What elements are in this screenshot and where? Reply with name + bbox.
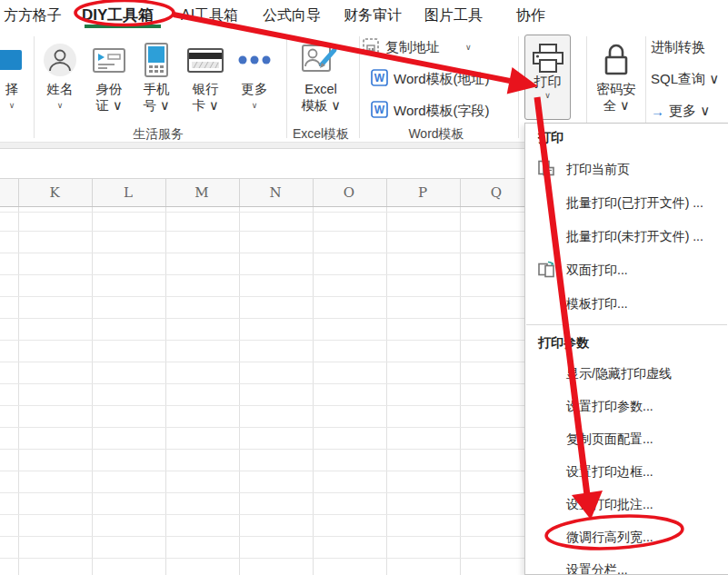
password-security-button[interactable]: 密码安 全 ∨ xyxy=(590,39,643,114)
password-security-label2: 全 ∨ xyxy=(603,97,629,114)
print-page-icon xyxy=(537,159,555,180)
svg-text:W: W xyxy=(374,72,385,84)
menu-item-template-print[interactable]: 模板打印... xyxy=(525,287,728,321)
menu-item-batch-print-unopened-files[interactable]: 批量打印(未打开文件) ... xyxy=(525,220,728,253)
group-separator xyxy=(359,36,360,138)
more-tools-label: 更多 ∨ xyxy=(669,103,710,120)
clipped-button-label: 择 xyxy=(5,81,19,97)
more-life-button[interactable]: 更多 ∨ xyxy=(231,39,278,114)
tab-fangfanggezi[interactable]: 方方格子 xyxy=(4,6,62,25)
phone-button-label: 手机 xyxy=(144,81,170,97)
group-label-excel-template: Excel模板 xyxy=(284,126,358,143)
chevron-down-icon: ∨ xyxy=(544,91,551,100)
menu-item-fine-tune-row-height-col-width[interactable]: 微调行高列宽... xyxy=(525,521,728,554)
sql-query-label: SQL查询 ∨ xyxy=(651,71,719,88)
bank-card-icon xyxy=(187,39,224,81)
menu-item-duplex-print[interactable]: 双面打印... xyxy=(525,253,728,287)
excel-template-button[interactable]: Excel 模板 ∨ xyxy=(296,39,345,114)
id-card-button[interactable]: 身份 证 ∨ xyxy=(86,39,132,114)
menu-section-header-print-params: 打印参数 xyxy=(525,329,728,358)
phone-icon xyxy=(145,39,168,81)
ribbon-tab-bar: 方方格子 DIY工具箱 AI工具箱 公式向导 财务审计 图片工具 协作 xyxy=(0,0,728,32)
excel-template-icon xyxy=(302,39,340,81)
copy-address-button[interactable]: 复制地址 ∨ xyxy=(362,37,472,57)
group-label-word-template: Word模板 xyxy=(398,126,474,143)
svg-text:W: W xyxy=(374,104,385,116)
excel-template-label2: 模板 ∨ xyxy=(301,97,341,114)
tab-diy-toolbox[interactable]: DIY工具箱 xyxy=(82,5,154,25)
chevron-down-icon: ∨ xyxy=(9,97,15,114)
tab-formula-wizard[interactable]: 公式向导 xyxy=(263,6,321,25)
copy-address-icon xyxy=(362,37,380,58)
menu-item-label: 模板打印... xyxy=(566,296,628,312)
id-card-button-label: 身份 xyxy=(96,81,123,97)
phone-number-button[interactable]: 手机 号 ∨ xyxy=(134,39,179,114)
menu-item-label: 显示/隐藏打印虚线 xyxy=(566,366,672,382)
base-convert-label: 进制转换 xyxy=(651,39,705,56)
menu-item-set-print-border[interactable]: 设置打印边框... xyxy=(525,456,728,489)
menu-item-copy-page-setup[interactable]: 复制页面配置... xyxy=(525,423,728,456)
menu-item-label: 设置打印参数... xyxy=(566,399,653,415)
tab-picture-tools[interactable]: 图片工具 xyxy=(424,6,483,25)
menu-item-set-print-comments[interactable]: 设置打印批注... xyxy=(525,489,728,521)
menu-item-set-columns[interactable]: 设置分栏... xyxy=(525,554,728,575)
menu-item-label: 复制页面配置... xyxy=(566,431,653,448)
name-button-label: 姓名 xyxy=(47,81,74,97)
chevron-down-icon: ∨ xyxy=(252,97,258,114)
chevron-down-icon: ∨ xyxy=(465,43,472,52)
lock-icon xyxy=(601,39,632,81)
column-header[interactable]: P xyxy=(418,184,427,201)
word-template-address-button[interactable]: W Word模板(地址) xyxy=(371,69,490,89)
column-header[interactable]: M xyxy=(194,184,208,201)
menu-section-header-print: 打印 xyxy=(525,124,728,153)
menu-item-label: 设置打印批注... xyxy=(566,497,653,513)
print-button-label: 打印 xyxy=(534,74,562,91)
column-header[interactable]: K xyxy=(49,184,59,201)
sql-query-button[interactable]: SQL查询 ∨ xyxy=(651,69,719,89)
group-separator xyxy=(34,36,35,138)
menu-item-set-print-params[interactable]: 设置打印参数... xyxy=(525,391,728,423)
chevron-down-icon: ∨ xyxy=(57,97,64,114)
column-header[interactable]: O xyxy=(344,184,354,201)
tab-ai-toolbox[interactable]: AI工具箱 xyxy=(181,6,238,25)
clipped-ribbon-button[interactable]: 择 ∨ xyxy=(0,39,29,114)
active-tab-underline xyxy=(85,25,161,28)
print-button[interactable]: 打印 ∨ xyxy=(524,35,571,120)
word-template-address-label: Word模板(地址) xyxy=(394,71,490,88)
more-dots-icon xyxy=(236,39,273,81)
menu-item-batch-print-open-files[interactable]: 批量打印(已打开文件) ... xyxy=(525,186,728,220)
printer-icon xyxy=(532,35,564,74)
menu-item-label: 批量打印(已打开文件) ... xyxy=(566,195,703,212)
column-header[interactable]: N xyxy=(269,184,281,201)
person-icon xyxy=(43,39,77,81)
password-security-label: 密码安 xyxy=(596,81,636,97)
bank-card-button[interactable]: 银行 卡 ∨ xyxy=(182,39,229,114)
menu-item-print-current-page[interactable]: 打印当前页 xyxy=(525,153,728,186)
tab-finance-audit[interactable]: 财务审计 xyxy=(344,6,402,25)
column-header[interactable]: Q xyxy=(491,184,502,201)
menu-separator xyxy=(526,324,727,325)
column-header[interactable]: L xyxy=(124,184,133,201)
base-convert-button[interactable]: 进制转换 xyxy=(651,37,705,57)
menu-item-toggle-print-dashed-lines[interactable]: 显示/隐藏打印虚线 xyxy=(525,358,728,391)
word-template-field-button[interactable]: W Word模板(字段) xyxy=(371,101,490,121)
copy-address-label: 复制地址 xyxy=(385,39,440,56)
group-label-life-services: 生活服务 xyxy=(120,126,196,143)
menu-item-label: 打印当前页 xyxy=(566,162,630,178)
word-icon: W xyxy=(371,101,388,121)
clipped-blue-icon xyxy=(0,39,25,81)
menu-item-label: 设置打印边框... xyxy=(566,464,653,481)
group-separator xyxy=(518,36,519,138)
tab-collaboration[interactable]: 协作 xyxy=(516,6,545,25)
menu-item-label: 设置分栏... xyxy=(566,562,628,575)
more-life-label: 更多 xyxy=(242,81,268,97)
name-button[interactable]: 姓名 ∨ xyxy=(36,39,84,114)
menu-item-label: 双面打印... xyxy=(566,263,628,279)
id-card-button-label2: 证 ∨ xyxy=(95,97,122,114)
blue-arrow-icon: → xyxy=(651,104,664,119)
word-icon: W xyxy=(371,69,388,89)
more-tools-button[interactable]: → 更多 ∨ xyxy=(651,101,710,121)
print-dropdown-menu: 打印 打印当前页 批量打印(已打开文件) ... 批量打印(未打开文件) ...… xyxy=(524,123,728,575)
id-card-icon xyxy=(93,39,125,81)
bank-card-button-label: 银行 xyxy=(193,81,219,97)
